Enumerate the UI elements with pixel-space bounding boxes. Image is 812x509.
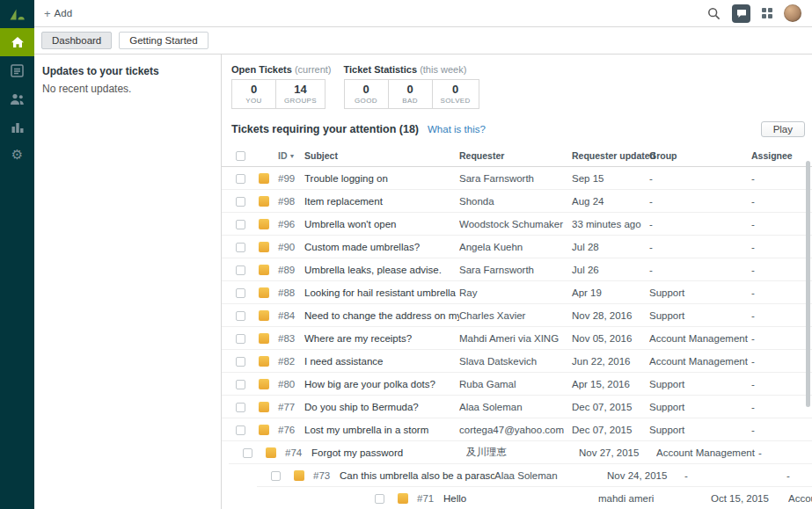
column-id[interactable]: ID▼ [278, 150, 304, 161]
ticket-id[interactable]: #82 [278, 356, 304, 367]
sidebar-item-customers[interactable] [0, 84, 34, 113]
row-checkbox[interactable] [375, 494, 384, 504]
search-icon[interactable] [707, 7, 721, 20]
customers-icon [10, 93, 25, 105]
ticket-subject[interactable]: Lost my umbrella in a storm [304, 425, 459, 435]
ticket-id[interactable]: #99 [278, 173, 304, 184]
table-row[interactable]: #82I need assistanceSlava DatskevichJun … [222, 350, 812, 373]
column-assignee[interactable]: Assignee [751, 150, 812, 161]
stat-box-solved[interactable]: 0 SOLVED [432, 79, 479, 109]
row-checkbox[interactable] [236, 197, 245, 207]
table-row[interactable]: #74Forgot my password及川理恵Nov 27, 2015Acc… [229, 441, 812, 464]
ticket-subject[interactable]: Custom made umbrellas? [304, 242, 459, 252]
row-checkbox[interactable] [236, 243, 245, 252]
ticket-subject[interactable]: Hello [443, 493, 598, 504]
tab-getting-started[interactable]: Getting Started [119, 32, 208, 49]
ticket-id[interactable]: #96 [278, 219, 304, 229]
ticket-id[interactable]: #76 [278, 425, 304, 435]
sidebar-item-home[interactable] [0, 28, 34, 56]
ticket-id[interactable]: #98 [278, 196, 304, 207]
add-button-label: Add [55, 8, 72, 18]
row-checkbox[interactable] [243, 448, 252, 458]
ticket-subject[interactable]: Forgot my password [311, 447, 466, 458]
row-checkbox[interactable] [236, 288, 245, 298]
column-group[interactable]: Group [649, 150, 751, 161]
row-checkbox[interactable] [236, 174, 245, 184]
ticket-subject[interactable]: Where are my receipts? [304, 333, 459, 344]
column-requester-updated[interactable]: Requester updated [572, 150, 649, 161]
stat-caption: GOOD [353, 97, 380, 105]
add-button[interactable]: + Add [44, 8, 72, 19]
row-checkbox[interactable] [236, 334, 245, 344]
ticket-id[interactable]: #90 [278, 242, 304, 252]
ticket-updated: 33 minutes ago [572, 219, 649, 229]
table-row[interactable]: #76Lost my umbrella in a stormcortega47@… [222, 418, 812, 441]
user-avatar[interactable] [784, 4, 801, 22]
sidebar-item-reports[interactable] [0, 113, 34, 141]
stat-box-bad[interactable]: 0 BAD [388, 79, 433, 109]
ticket-subject[interactable]: Trouble logging on [304, 173, 459, 184]
row-checkbox[interactable] [236, 380, 245, 389]
apps-grid-icon[interactable] [762, 8, 772, 18]
table-row[interactable]: #77Do you ship to Bermuda?Alaa SolemanDe… [222, 396, 812, 418]
table-row[interactable]: #89Umbrella leaks, please advise.Sara Fa… [222, 258, 812, 281]
sidebar-item-views[interactable] [0, 56, 34, 84]
ticket-id[interactable]: #73 [313, 470, 340, 481]
ticket-id[interactable]: #89 [278, 265, 304, 275]
ticket-status-icon [294, 470, 304, 481]
table-row[interactable]: #84Need to change the address on my re..… [222, 304, 812, 327]
ticket-subject[interactable]: Item replacement [304, 196, 459, 207]
row-checkbox[interactable] [236, 311, 245, 321]
select-all-checkbox[interactable] [236, 151, 245, 161]
ticket-statistics-label: Ticket Statistics [344, 64, 418, 75]
ticket-id[interactable]: #74 [285, 447, 311, 458]
sidebar-item-settings[interactable]: ⚙ [0, 141, 34, 169]
ticket-id[interactable]: #83 [278, 333, 304, 344]
ticket-group: Account Management [656, 447, 758, 458]
ticket-subject[interactable]: I need assistance [304, 356, 459, 367]
ticket-subject[interactable]: Umbrella leaks, please advise. [304, 265, 459, 275]
row-checkbox[interactable] [236, 220, 245, 229]
vertical-scrollbar[interactable] [806, 161, 810, 407]
ticket-subject[interactable]: Can this umbrella also be a parasol? [340, 470, 494, 481]
zendesk-logo[interactable] [0, 0, 34, 28]
ticket-subject[interactable]: Umbrella won't open [304, 219, 459, 229]
table-row[interactable]: #71Hellomahdi ameriOct 15, 2015Account M… [361, 487, 812, 509]
zendesk-logo-icon [10, 9, 25, 20]
ticket-id[interactable]: #71 [417, 493, 443, 504]
stat-box-good[interactable]: 0 GOOD [344, 79, 389, 109]
ticket-subject[interactable]: Looking for hail resistant umbrella [304, 287, 459, 298]
column-requester[interactable]: Requester [459, 150, 572, 161]
ticket-updated: Jul 26 [572, 265, 649, 275]
ticket-id[interactable]: #80 [278, 379, 304, 389]
tab-dashboard[interactable]: Dashboard [41, 32, 112, 49]
play-button[interactable]: Play [761, 121, 805, 137]
row-checkbox[interactable] [236, 357, 245, 367]
stat-box-groups[interactable]: 14 GROUPS [275, 79, 326, 109]
table-row[interactable]: #88Looking for hail resistant umbrellaRa… [222, 281, 812, 304]
ticket-subject[interactable]: How big are your polka dots? [304, 379, 459, 389]
table-row[interactable]: #73Can this umbrella also be a parasol?A… [257, 464, 812, 487]
row-checkbox[interactable] [236, 403, 245, 412]
table-row[interactable]: #99Trouble logging onSara FarnsworthSep … [222, 167, 812, 190]
table-row[interactable]: #90Custom made umbrellas?Angela KuehnJul… [222, 236, 812, 258]
ticket-id[interactable]: #88 [278, 287, 304, 298]
table-row[interactable]: #80How big are your polka dots?Ruba Gama… [222, 373, 812, 396]
row-checkbox[interactable] [236, 265, 245, 275]
chat-button[interactable] [732, 4, 750, 23]
ticket-assignee: - [751, 287, 812, 298]
what-is-this-link[interactable]: What is this? [428, 124, 486, 135]
ticket-subject[interactable]: Do you ship to Bermuda? [304, 402, 459, 412]
column-subject[interactable]: Subject [304, 150, 459, 161]
ticket-status-icon [259, 379, 269, 389]
stat-box-you[interactable]: 0 YOU [231, 79, 276, 109]
ticket-id[interactable]: #84 [278, 310, 304, 321]
ticket-subject[interactable]: Need to change the address on my re... [304, 310, 459, 321]
row-checkbox[interactable] [271, 471, 281, 481]
ticket-id[interactable]: #77 [278, 402, 304, 412]
table-row[interactable]: #83Where are my receipts?Mahdi Ameri via… [222, 327, 812, 350]
table-row[interactable]: #98Item replacementShondaAug 24-- [222, 190, 812, 213]
ticket-status-icon [266, 447, 276, 458]
table-row[interactable]: #96Umbrella won't openWoodstock Schumake… [222, 213, 812, 236]
row-checkbox[interactable] [236, 425, 245, 435]
